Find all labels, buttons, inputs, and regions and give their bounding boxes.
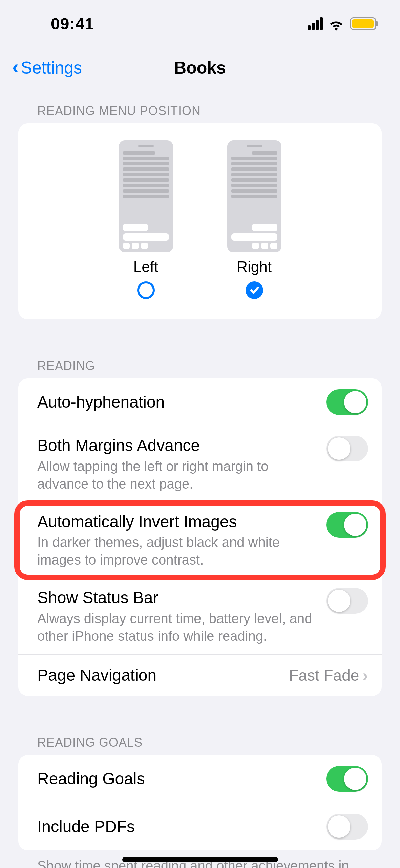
- row-value: Fast Fade: [289, 666, 359, 685]
- menu-position-left[interactable]: Left: [119, 140, 173, 299]
- goals-card: Reading Goals Include PDFs: [18, 755, 382, 850]
- status-bar: 09:41: [0, 0, 400, 47]
- row-both-margins-advance[interactable]: Both Margins Advance Allow tapping the l…: [18, 426, 382, 502]
- row-title: Page Navigation: [37, 666, 282, 685]
- row-automatically-invert-images[interactable]: Automatically Invert Images In darker th…: [18, 502, 382, 578]
- toggle-auto-hyphenation[interactable]: [326, 389, 368, 415]
- status-time: 09:41: [51, 15, 94, 33]
- row-title: Include PDFs: [37, 817, 319, 836]
- nav-bar: ‹ Settings Books: [0, 47, 400, 88]
- row-auto-hyphenation[interactable]: Auto-hyphenation: [18, 378, 382, 426]
- page-title: Books: [174, 58, 226, 78]
- section-header-goals: Reading Goals: [0, 720, 400, 755]
- menu-preview-right: [227, 140, 281, 252]
- back-button[interactable]: ‹ Settings: [12, 47, 82, 88]
- radio-checked-icon: [246, 281, 263, 299]
- row-reading-goals[interactable]: Reading Goals: [18, 755, 382, 803]
- radio-unchecked-icon: [137, 281, 155, 299]
- home-indicator: [122, 857, 278, 862]
- back-label: Settings: [21, 58, 82, 78]
- menu-position-left-label: Left: [133, 258, 158, 275]
- row-show-status-bar[interactable]: Show Status Bar Always display current t…: [18, 578, 382, 654]
- row-subtitle: In darker themes, adjust black and white…: [37, 533, 319, 569]
- row-title: Show Status Bar: [37, 588, 319, 608]
- battery-icon: [350, 17, 376, 30]
- section-header-reading: Reading: [0, 343, 400, 378]
- row-page-navigation[interactable]: Page Navigation Fast Fade ›: [18, 654, 382, 696]
- menu-position-right-label: Right: [237, 258, 272, 275]
- toggle-include-pdfs[interactable]: [326, 814, 368, 840]
- menu-position-card: Left Right: [18, 123, 382, 319]
- toggle-both-margins[interactable]: [326, 436, 368, 461]
- row-title: Automatically Invert Images: [37, 512, 319, 532]
- toggle-invert-images[interactable]: [326, 512, 368, 538]
- row-title: Auto-hyphenation: [37, 392, 319, 412]
- cell-signal-icon: [308, 17, 323, 30]
- wifi-icon: [329, 16, 344, 31]
- chevron-left-icon: ‹: [12, 57, 19, 77]
- toggle-status-bar[interactable]: [326, 588, 368, 614]
- row-title: Reading Goals: [37, 769, 319, 789]
- row-subtitle: Allow tapping the left or right margin t…: [37, 457, 319, 493]
- section-header-menu-position: Reading Menu Position: [0, 88, 400, 123]
- row-subtitle: Always display current time, battery lev…: [37, 610, 319, 645]
- menu-position-right[interactable]: Right: [227, 140, 281, 299]
- toggle-reading-goals[interactable]: [326, 766, 368, 792]
- chevron-right-icon: ›: [362, 666, 368, 685]
- menu-preview-left: [119, 140, 173, 252]
- reading-card: Auto-hyphenation Both Margins Advance Al…: [18, 378, 382, 696]
- row-title: Both Margins Advance: [37, 436, 319, 455]
- row-include-pdfs[interactable]: Include PDFs: [18, 803, 382, 850]
